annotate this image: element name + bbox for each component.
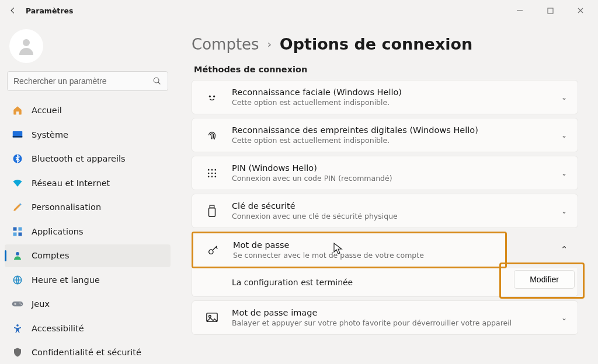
accounts-icon [12, 250, 23, 261]
close-icon [577, 7, 584, 14]
nav: Accueil Système Bluetooth et appareils R… [5, 99, 171, 364]
home-icon [12, 104, 23, 116]
accessibility-icon [12, 323, 23, 334]
chevron-down-icon: ⌄ [561, 169, 567, 177]
sidebar-item-label: Accueil [32, 106, 62, 115]
system-icon [12, 129, 23, 141]
svg-point-21 [208, 172, 210, 174]
svg-point-1 [23, 39, 30, 46]
chevron-down-icon: ⌄ [561, 314, 567, 322]
password-status-row: La configuration est terminée Modifier [192, 268, 578, 297]
wifi-icon [12, 177, 23, 189]
svg-point-24 [208, 176, 210, 177]
globe-icon [12, 274, 23, 286]
main-content: Comptes › Options de connexion Méthodes … [175, 21, 598, 364]
svg-rect-7 [19, 227, 22, 230]
svg-rect-4 [13, 136, 23, 137]
svg-point-18 [208, 169, 210, 170]
maximize-button[interactable] [537, 2, 563, 19]
gamepad-icon [12, 298, 23, 310]
method-card-face[interactable]: Reconnaissance faciale (Windows Hello) C… [192, 80, 578, 114]
sidebar-item-system[interactable]: Système [5, 123, 171, 146]
search-input[interactable] [13, 76, 152, 86]
card-title: Mot de passe [233, 240, 495, 250]
section-title: Méthodes de connexion [194, 65, 578, 74]
chevron-down-icon: ⌄ [561, 93, 567, 102]
sidebar-item-bluetooth[interactable]: Bluetooth et appareils [5, 148, 171, 170]
sidebar-item-label: Bluetooth et appareils [32, 154, 126, 163]
brush-icon [12, 201, 23, 213]
picture-icon [203, 309, 221, 327]
chevron-down-icon: ⌄ [561, 207, 567, 215]
sidebar-item-label: Système [32, 130, 68, 139]
maximize-icon [547, 8, 554, 14]
svg-point-26 [215, 176, 217, 177]
method-card-picture-password[interactable]: Mot de passe image Balayer et appuyer su… [192, 300, 578, 335]
method-card-pin[interactable]: PIN (Windows Hello) Connexion avec un co… [192, 156, 578, 190]
back-button[interactable] [5, 2, 21, 19]
sidebar: Accueil Système Bluetooth et appareils R… [0, 21, 175, 364]
sidebar-item-label: Comptes [32, 251, 69, 260]
svg-point-16 [209, 96, 210, 97]
card-desc: Cette option est actuellement indisponib… [232, 136, 561, 145]
chevron-right-icon: › [267, 38, 272, 50]
search-box[interactable] [7, 71, 168, 91]
svg-point-15 [16, 324, 19, 327]
card-title: Clé de sécurité [232, 201, 561, 211]
svg-point-29 [209, 250, 213, 254]
sidebar-item-label: Jeux [32, 299, 50, 309]
apps-icon [12, 226, 23, 237]
fingerprint-icon [203, 126, 221, 145]
search-icon [152, 76, 162, 86]
breadcrumb: Comptes › Options de connexion [192, 35, 578, 53]
card-title: Reconnaissance faciale (Windows Hello) [232, 88, 561, 97]
svg-rect-0 [548, 8, 553, 13]
titlebar: Paramètres [0, 0, 598, 21]
svg-point-19 [211, 169, 213, 170]
modify-button[interactable]: Modifier [514, 270, 575, 289]
svg-point-31 [209, 315, 211, 317]
card-desc: Connexion avec un code PIN (recommandé) [232, 174, 561, 183]
svg-rect-6 [13, 227, 17, 230]
chevron-up-icon: ⌃ [561, 244, 568, 254]
svg-point-20 [215, 169, 217, 170]
keypad-icon [203, 164, 221, 183]
sidebar-item-accounts[interactable]: Comptes [5, 244, 171, 267]
card-title: Reconnaissance des empreintes digitales … [232, 125, 561, 135]
chevron-down-icon: ⌄ [561, 131, 567, 139]
sidebar-item-label: Personnalisation [32, 202, 101, 212]
method-card-security-key[interactable]: Clé de sécurité Connexion avec une clé d… [192, 194, 578, 228]
svg-point-17 [214, 96, 215, 97]
breadcrumb-parent[interactable]: Comptes [192, 36, 259, 53]
sidebar-item-gaming[interactable]: Jeux [5, 292, 171, 315]
highlight-box-modify: Modifier [499, 262, 585, 299]
key-icon [204, 241, 222, 260]
method-card-fingerprint[interactable]: Reconnaissance des empreintes digitales … [192, 118, 578, 152]
card-desc: Se connecter avec le mot de passe de vot… [233, 251, 495, 260]
close-button[interactable] [568, 2, 593, 19]
sidebar-item-label: Confidentialité et sécurité [32, 348, 141, 357]
sidebar-item-label: Heure et langue [32, 275, 100, 285]
svg-point-22 [211, 172, 213, 174]
avatar[interactable] [9, 29, 43, 63]
method-card-password[interactable]: Mot de passe Se connecter avec le mot de… [193, 233, 505, 267]
smile-icon [203, 88, 221, 107]
card-desc: Cette option est actuellement indisponib… [232, 98, 561, 107]
svg-point-23 [215, 172, 217, 174]
svg-point-13 [19, 303, 20, 304]
sidebar-item-accessibility[interactable]: Accessibilité [5, 317, 171, 340]
svg-point-2 [154, 78, 159, 83]
sidebar-item-home[interactable]: Accueil [5, 99, 171, 122]
card-desc: Balayer et appuyer sur votre photo favor… [232, 318, 561, 327]
sidebar-item-personalization[interactable]: Personnalisation [5, 196, 171, 219]
sidebar-item-label: Réseau et Internet [32, 178, 110, 188]
sidebar-item-network[interactable]: Réseau et Internet [5, 172, 171, 194]
sidebar-item-privacy[interactable]: Confidentialité et sécurité [5, 341, 171, 363]
sidebar-item-time-language[interactable]: Heure et langue [5, 268, 171, 291]
minimize-icon [516, 7, 523, 14]
card-title: Mot de passe image [232, 308, 561, 317]
sidebar-item-apps[interactable]: Applications [5, 220, 171, 243]
minimize-button[interactable] [507, 2, 533, 19]
sidebar-item-label: Applications [32, 227, 84, 236]
card-title: PIN (Windows Hello) [232, 163, 561, 173]
